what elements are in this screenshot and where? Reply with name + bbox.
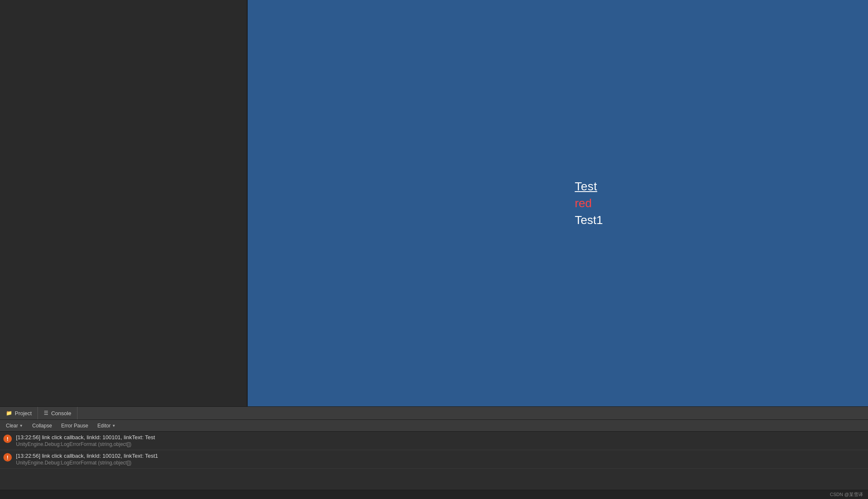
error-icon-1: !	[3, 435, 12, 443]
editor-button[interactable]: Editor ▼	[93, 421, 120, 430]
console-icon: ☰	[44, 410, 48, 416]
console-area: ! [13:22:56] link click callback, linkId…	[0, 432, 868, 490]
collapse-button[interactable]: Collapse	[28, 421, 56, 430]
editor-label: Editor	[97, 423, 110, 429]
log-line1-2: [13:22:56] link click callback, linkId: …	[16, 453, 158, 459]
game-text-red[interactable]: red	[575, 197, 592, 210]
clear-label: Clear	[6, 423, 18, 429]
log-text-1: [13:22:56] link click callback, linkId: …	[16, 434, 155, 447]
tab-console-label: Console	[51, 410, 71, 416]
status-text: CSDN @某雪译	[830, 491, 863, 498]
tab-project-label: Project	[15, 410, 32, 416]
editor-dropdown-arrow: ▼	[112, 424, 116, 428]
log-text-2: [13:22:56] link click callback, linkId: …	[16, 453, 158, 466]
log-line2-1: UnityEngine.Debug:LogErrorFormat (string…	[16, 441, 155, 447]
log-line1-1: [13:22:56] link click callback, linkId: …	[16, 434, 155, 440]
main-editor-area: Test red Test1	[0, 0, 868, 406]
log-line2-2: UnityEngine.Debug:LogErrorFormat (string…	[16, 460, 158, 466]
error-pause-label: Error Pause	[61, 423, 88, 429]
log-entry-1[interactable]: ! [13:22:56] link click callback, linkId…	[0, 432, 868, 450]
game-content: Test red Test1	[575, 180, 603, 227]
game-text-test[interactable]: Test	[575, 180, 597, 193]
project-icon: 📁	[6, 410, 12, 416]
collapse-label: Collapse	[32, 423, 52, 429]
tab-console[interactable]: ☰ Console	[38, 407, 77, 419]
error-pause-button[interactable]: Error Pause	[57, 421, 92, 430]
console-toolbar: Clear ▼ Collapse Error Pause Editor ▼	[0, 420, 868, 432]
game-view-panel: Test red Test1	[248, 0, 868, 406]
bottom-section: 📁 Project ☰ Console Clear ▼ Collapse Err…	[0, 406, 868, 499]
game-text-test1[interactable]: Test1	[575, 213, 603, 227]
tab-project[interactable]: 📁 Project	[0, 407, 38, 419]
tabs-bar: 📁 Project ☰ Console	[0, 406, 868, 420]
log-entry-2[interactable]: ! [13:22:56] link click callback, linkId…	[0, 450, 868, 469]
clear-button[interactable]: Clear ▼	[2, 421, 27, 430]
clear-dropdown-arrow: ▼	[19, 424, 23, 428]
left-panel	[0, 0, 248, 406]
status-bar: CSDN @某雪译	[0, 490, 868, 499]
error-icon-2: !	[3, 453, 12, 462]
